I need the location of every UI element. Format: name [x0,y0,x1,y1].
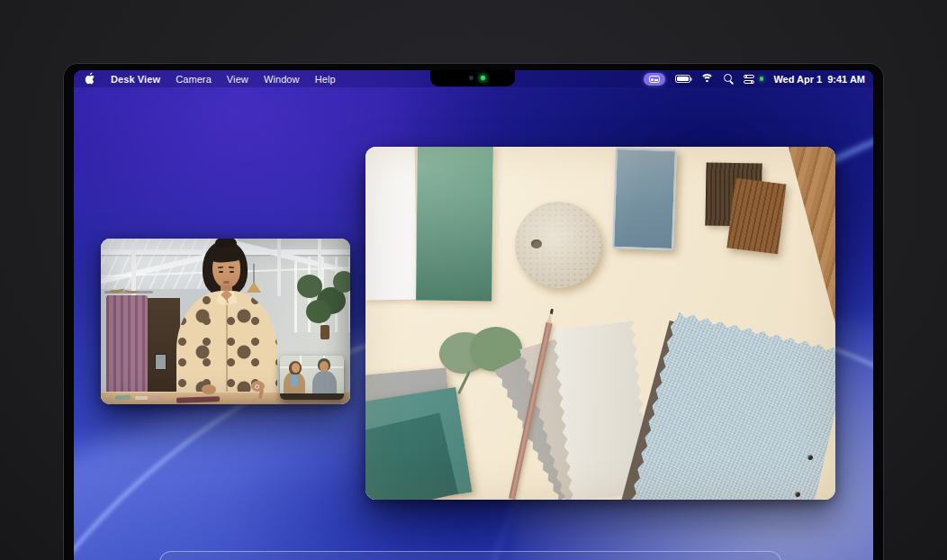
desk-view-indicator-icon[interactable] [644,73,665,86]
camera-led-indicator [481,76,485,80]
menu-item-window[interactable]: Window [264,74,300,85]
pip-woman-shirt [291,375,298,386]
camera-active-dot [760,77,764,81]
control-center-icon[interactable] [744,74,755,84]
camera-lens [469,76,474,80]
display-notch [430,70,515,86]
menu-item-view[interactable]: View [227,74,248,85]
page-background: { "menu_bar": { "app_menus": ["Desk View… [0,0,947,560]
facetime-pip-thumbnail[interactable] [280,356,344,400]
macbook-screen: Desk View Camera View Window Help Wed Ap… [74,70,873,560]
clock-date: Wed Apr 1 [773,74,822,85]
pip-woman-face [292,363,300,373]
menu-item-app[interactable]: Desk View [111,74,160,85]
apple-logo-icon[interactable] [85,72,95,85]
spotlight-search-icon[interactable] [724,74,734,84]
pip-desk-sill [280,393,344,400]
desk-vignette [365,147,835,500]
desk-view-window[interactable] [365,147,835,500]
display-glyph [649,76,660,83]
pip-man-face [320,361,329,372]
facetime-video-window[interactable] [101,239,350,404]
macbook-frame: Desk View Camera View Window Help Wed Ap… [63,63,884,560]
wifi-icon[interactable] [700,74,714,84]
menu-item-camera[interactable]: Camera [176,74,212,85]
dock[interactable] [159,551,781,560]
menu-bar-clock[interactable]: Wed Apr 1 9:41 AM [773,74,865,85]
menu-item-help[interactable]: Help [315,74,336,85]
battery-icon[interactable] [675,75,690,83]
clock-time: 9:41 AM [827,74,865,85]
status-menu-extras: Wed Apr 1 9:41 AM [644,73,873,86]
app-menus: Desk View Camera View Window Help [74,73,336,85]
